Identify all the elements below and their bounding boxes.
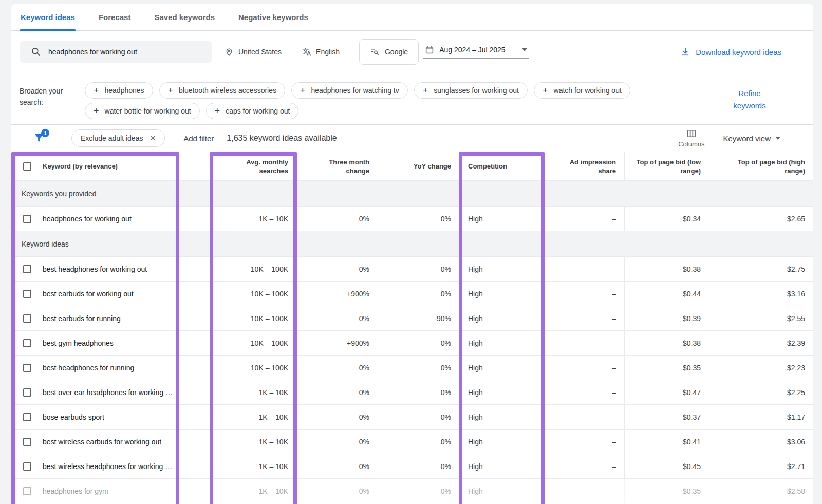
tab-keyword-ideas[interactable]: Keyword ideas: [20, 4, 76, 30]
tab-saved-keywords[interactable]: Saved keywords: [153, 4, 216, 30]
broaden-chip[interactable]: +headphones for watching tv: [291, 82, 408, 99]
table-row: headphones for working out1K – 10K0%0%Hi…: [11, 207, 813, 231]
broaden-chip[interactable]: +water bottle for working out: [85, 103, 200, 119]
date-range-selector[interactable]: Aug 2024 – Jul 2025: [423, 45, 529, 59]
competition-cell: High: [459, 282, 544, 306]
three-month-change-cell: 0%: [296, 380, 378, 404]
translate-icon: [302, 47, 311, 57]
ad-impression-share-cell: –: [544, 282, 624, 306]
top-of-page-bid-high-column-header[interactable]: Top of page bid (high range): [709, 152, 813, 180]
avg-monthly-searches-cell: 1K – 10K: [211, 380, 296, 404]
row-checkbox[interactable]: [23, 438, 31, 446]
row-checkbox[interactable]: [23, 339, 31, 347]
row-checkbox[interactable]: [23, 413, 31, 421]
filter-funnel-icon[interactable]: 1: [33, 132, 46, 145]
keyword-text[interactable]: headphones for working out: [43, 215, 132, 223]
row-checkbox[interactable]: [23, 364, 31, 372]
tab-forecast[interactable]: Forecast: [98, 4, 132, 30]
ad-impression-share-cell: –: [544, 331, 624, 355]
keyword-text[interactable]: best wireless headphones for working …: [43, 462, 172, 471]
keyword-text[interactable]: best headphones for working out: [43, 265, 147, 273]
row-checkbox[interactable]: [23, 265, 31, 273]
keyword-text[interactable]: bose earbuds sport: [43, 413, 104, 421]
search-icon: [31, 47, 41, 57]
tab-negative-keywords[interactable]: Negative keywords: [237, 4, 309, 30]
select-all-checkbox[interactable]: [23, 162, 31, 171]
broaden-chip[interactable]: +watch for working out: [534, 82, 630, 99]
keyword-cell: best over ear headphones for working …: [11, 380, 211, 404]
remove-filter-icon[interactable]: ✕: [150, 134, 156, 142]
search-input[interactable]: headphones for working out: [20, 41, 212, 63]
keyword-planner-page: Keyword ideas Forecast Saved keywords Ne…: [0, 0, 822, 504]
keyword-text[interactable]: best over ear headphones for working …: [43, 388, 173, 397]
yoy-change-cell: 0%: [378, 430, 459, 454]
keyword-text[interactable]: best headphones for running: [43, 364, 134, 372]
row-checkbox[interactable]: [23, 462, 31, 471]
broaden-chip[interactable]: +bluetooth wireless accessories: [159, 82, 285, 99]
view-label: Keyword view: [723, 134, 771, 143]
keyword-cell: bose earbuds sport: [11, 405, 211, 429]
top-of-page-bid-high-cell: $2.58: [709, 479, 813, 503]
keyword-text[interactable]: best gym headphones: [43, 339, 114, 347]
network-selector[interactable]: Google: [359, 39, 419, 65]
table-row: best over ear headphones for working …1K…: [11, 380, 813, 405]
yoy-change-cell: 0%: [378, 405, 459, 429]
row-checkbox[interactable]: [23, 314, 31, 323]
competition-column-header[interactable]: Competition: [459, 152, 544, 180]
refine-keywords-button[interactable]: Refine keywords: [728, 81, 771, 120]
avg-monthly-searches-cell: 10K – 100K: [211, 306, 296, 330]
ad-impression-share-cell: –: [544, 405, 624, 429]
top-of-page-bid-low-cell: $0.47: [624, 380, 709, 404]
keyword-column-header[interactable]: Keyword (by relevance): [11, 152, 211, 180]
yoy-change-cell: 0%: [378, 257, 459, 281]
avg-monthly-searches-column-header[interactable]: Avg. monthly searches: [211, 152, 296, 180]
active-filter-chip[interactable]: Exclude adult ideas ✕: [71, 129, 165, 147]
calendar-icon: [425, 45, 434, 54]
competition-cell: High: [459, 454, 544, 478]
ad-impression-share-cell: –: [544, 479, 624, 503]
add-filter-button[interactable]: Add filter: [183, 134, 214, 143]
broaden-chip[interactable]: +headphones: [85, 82, 153, 99]
broaden-chip[interactable]: +caps for working out: [206, 103, 299, 119]
broaden-chip-label: headphones: [105, 86, 144, 95]
download-icon: [680, 47, 690, 57]
top-of-page-bid-high-cell: $2.71: [709, 454, 813, 478]
keyword-cell: best headphones for working out: [11, 257, 211, 281]
top-of-page-bid-low-column-header[interactable]: Top of page bid (low range): [624, 152, 709, 180]
keyword-text[interactable]: headphones for gym: [43, 487, 108, 495]
location-selector[interactable]: United States: [225, 47, 282, 57]
three-month-change-cell: 0%: [296, 454, 378, 478]
yoy-change-cell: -90%: [378, 306, 459, 330]
avg-monthly-searches-cell: 10K – 100K: [211, 331, 296, 355]
keyword-text[interactable]: best earbuds for working out: [43, 290, 134, 298]
language-selector[interactable]: English: [302, 47, 340, 57]
table-row: best earbuds for running10K – 100K0%-90%…: [11, 306, 813, 331]
competition-cell: High: [459, 430, 544, 454]
competition-cell: High: [459, 380, 544, 404]
top-of-page-bid-low-cell: $0.38: [624, 331, 709, 355]
row-checkbox[interactable]: [23, 290, 31, 298]
content-card: Keyword ideas Forecast Saved keywords Ne…: [11, 4, 813, 504]
three-month-change-column-header[interactable]: Three month change: [296, 152, 378, 180]
plus-icon: +: [215, 106, 220, 116]
ad-impression-share-column-header[interactable]: Ad impression share: [544, 152, 624, 180]
top-of-page-bid-high-cell: $2.39: [709, 331, 813, 355]
ad-impression-share-cell: –: [544, 454, 624, 478]
table-header-row: Keyword (by relevance)Avg. monthly searc…: [11, 152, 813, 181]
download-label: Download keyword ideas: [696, 48, 781, 57]
yoy-change-column-header[interactable]: YoY change: [378, 152, 459, 180]
keyword-text[interactable]: best wireless earbuds for working out: [43, 438, 161, 446]
row-checkbox[interactable]: [23, 388, 31, 397]
row-checkbox[interactable]: [23, 215, 31, 223]
keyword-text[interactable]: best earbuds for running: [43, 314, 121, 323]
broaden-chip[interactable]: +sunglasses for working out: [414, 82, 528, 99]
three-month-change-cell: 0%: [296, 479, 378, 503]
top-of-page-bid-low-cell: $0.41: [624, 430, 709, 454]
keyword-view-dropdown[interactable]: Keyword view: [723, 134, 780, 143]
columns-button[interactable]: Columns: [678, 128, 704, 148]
competition-cell: High: [459, 479, 544, 503]
top-of-page-bid-low-cell: $0.35: [624, 356, 709, 380]
download-keyword-ideas-button[interactable]: Download keyword ideas: [680, 47, 781, 57]
top-of-page-bid-low-cell: $0.34: [624, 207, 709, 231]
row-checkbox[interactable]: [23, 487, 31, 495]
